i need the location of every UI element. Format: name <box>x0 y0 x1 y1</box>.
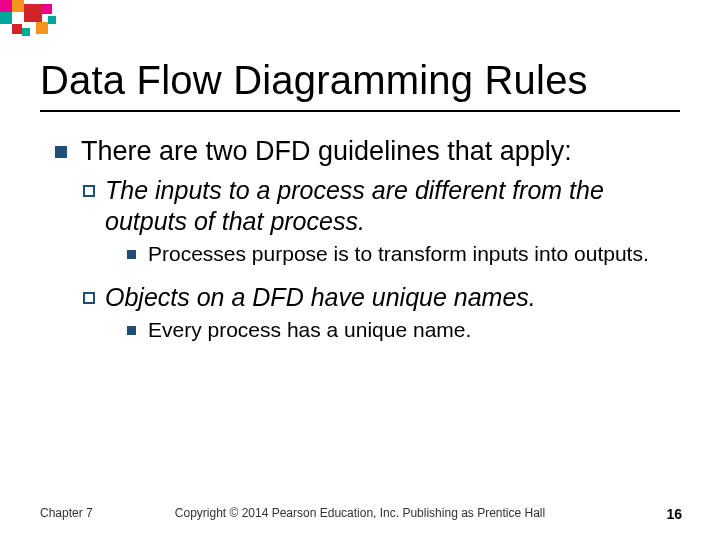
square-bullet-icon <box>55 146 67 158</box>
slide-body: There are two DFD guidelines that apply:… <box>55 135 675 357</box>
bullet-text: There are two DFD guidelines that apply: <box>81 135 675 169</box>
bullet-text: Every process has a unique name. <box>148 317 675 343</box>
hollow-square-bullet-icon <box>83 292 95 304</box>
hollow-square-bullet-icon <box>83 185 95 197</box>
bullet-text: Processes purpose is to transform inputs… <box>148 241 675 267</box>
bullet-text: Objects on a DFD have unique names. <box>105 282 675 313</box>
bullet-text: The inputs to a process are different fr… <box>105 175 675 238</box>
small-square-bullet-icon <box>127 250 136 259</box>
title-underline <box>40 110 680 112</box>
bullet-level3: Processes purpose is to transform inputs… <box>127 241 675 267</box>
slide-title: Data Flow Diagramming Rules <box>40 58 588 103</box>
footer-page-number: 16 <box>666 506 682 522</box>
bullet-level2: The inputs to a process are different fr… <box>83 175 675 238</box>
footer-copyright: Copyright © 2014 Pearson Education, Inc.… <box>0 506 720 520</box>
corner-decoration <box>0 0 100 50</box>
bullet-level3: Every process has a unique name. <box>127 317 675 343</box>
small-square-bullet-icon <box>127 326 136 335</box>
bullet-level1: There are two DFD guidelines that apply: <box>55 135 675 169</box>
bullet-level2: Objects on a DFD have unique names. <box>83 282 675 313</box>
